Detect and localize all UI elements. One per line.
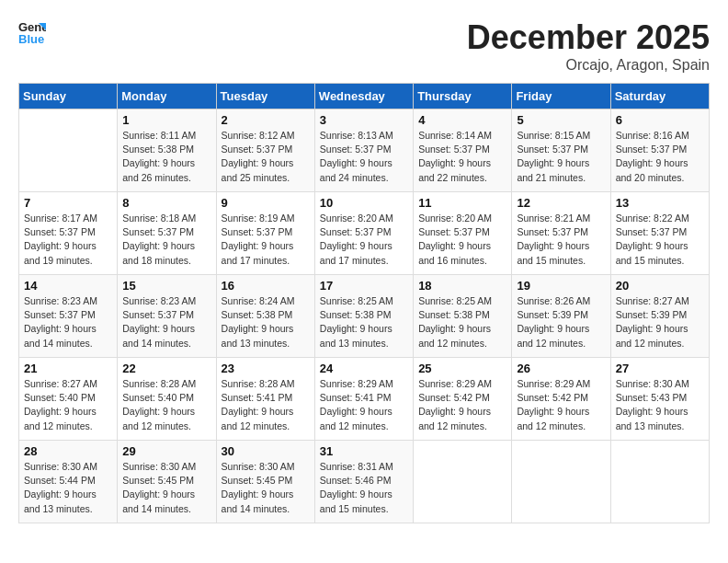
day-number: 18: [418, 279, 506, 293]
day-info: Sunrise: 8:29 AM Sunset: 5:41 PM Dayligh…: [320, 377, 408, 433]
calendar-week-1: 7Sunrise: 8:17 AM Sunset: 5:37 PM Daylig…: [19, 192, 710, 275]
day-number: 12: [517, 196, 605, 210]
header-cell-tuesday: Tuesday: [216, 84, 314, 109]
day-number: 4: [418, 113, 506, 127]
calendar-cell: 8Sunrise: 8:18 AM Sunset: 5:37 PM Daylig…: [118, 192, 216, 275]
day-number: 20: [616, 279, 704, 293]
day-info: Sunrise: 8:22 AM Sunset: 5:37 PM Dayligh…: [616, 212, 704, 268]
day-info: Sunrise: 8:25 AM Sunset: 5:38 PM Dayligh…: [320, 294, 408, 350]
calendar-cell: 20Sunrise: 8:27 AM Sunset: 5:39 PM Dayli…: [610, 275, 709, 358]
day-number: 31: [320, 444, 408, 458]
day-info: Sunrise: 8:24 AM Sunset: 5:38 PM Dayligh…: [222, 294, 310, 350]
day-info: Sunrise: 8:15 AM Sunset: 5:37 PM Dayligh…: [517, 129, 605, 185]
day-number: 10: [320, 196, 408, 210]
day-info: Sunrise: 8:25 AM Sunset: 5:38 PM Dayligh…: [418, 294, 506, 350]
day-info: Sunrise: 8:29 AM Sunset: 5:42 PM Dayligh…: [418, 377, 506, 433]
day-info: Sunrise: 8:27 AM Sunset: 5:39 PM Dayligh…: [616, 294, 704, 350]
calendar-cell: 24Sunrise: 8:29 AM Sunset: 5:41 PM Dayli…: [314, 358, 413, 441]
day-info: Sunrise: 8:11 AM Sunset: 5:38 PM Dayligh…: [122, 129, 210, 185]
title-area: December 2025 Orcajo, Aragon, Spain: [467, 18, 710, 74]
calendar-cell: 31Sunrise: 8:31 AM Sunset: 5:46 PM Dayli…: [314, 441, 413, 523]
calendar-cell: 14Sunrise: 8:23 AM Sunset: 5:37 PM Dayli…: [19, 275, 118, 358]
day-info: Sunrise: 8:27 AM Sunset: 5:40 PM Dayligh…: [24, 377, 112, 433]
calendar-cell: 10Sunrise: 8:20 AM Sunset: 5:37 PM Dayli…: [314, 192, 413, 275]
calendar-week-2: 14Sunrise: 8:23 AM Sunset: 5:37 PM Dayli…: [19, 275, 710, 358]
day-info: Sunrise: 8:13 AM Sunset: 5:37 PM Dayligh…: [320, 129, 408, 185]
calendar-cell: 23Sunrise: 8:28 AM Sunset: 5:41 PM Dayli…: [216, 358, 314, 441]
day-number: 5: [517, 113, 605, 127]
calendar-cell: 3Sunrise: 8:13 AM Sunset: 5:37 PM Daylig…: [314, 109, 413, 192]
day-number: 13: [616, 196, 704, 210]
day-info: Sunrise: 8:23 AM Sunset: 5:37 PM Dayligh…: [122, 294, 210, 350]
header-cell-monday: Monday: [118, 84, 216, 109]
calendar-cell: 26Sunrise: 8:29 AM Sunset: 5:42 PM Dayli…: [512, 358, 610, 441]
calendar-week-4: 28Sunrise: 8:30 AM Sunset: 5:44 PM Dayli…: [19, 441, 710, 523]
svg-text:Blue: Blue: [18, 32, 44, 46]
calendar-cell: 19Sunrise: 8:26 AM Sunset: 5:39 PM Dayli…: [512, 275, 610, 358]
calendar-week-3: 21Sunrise: 8:27 AM Sunset: 5:40 PM Dayli…: [19, 358, 710, 441]
day-info: Sunrise: 8:30 AM Sunset: 5:43 PM Dayligh…: [616, 377, 704, 433]
day-info: Sunrise: 8:18 AM Sunset: 5:37 PM Dayligh…: [122, 212, 210, 268]
calendar-cell: 5Sunrise: 8:15 AM Sunset: 5:37 PM Daylig…: [512, 109, 610, 192]
day-number: 6: [616, 113, 704, 127]
header-cell-wednesday: Wednesday: [314, 84, 413, 109]
location-title: Orcajo, Aragon, Spain: [467, 57, 710, 74]
day-info: Sunrise: 8:29 AM Sunset: 5:42 PM Dayligh…: [517, 377, 605, 433]
day-number: 2: [222, 113, 310, 127]
day-info: Sunrise: 8:30 AM Sunset: 5:45 PM Dayligh…: [222, 460, 310, 516]
day-number: 15: [122, 279, 210, 293]
calendar-cell: 25Sunrise: 8:29 AM Sunset: 5:42 PM Dayli…: [414, 358, 512, 441]
day-number: 1: [122, 113, 210, 127]
day-info: Sunrise: 8:21 AM Sunset: 5:37 PM Dayligh…: [517, 212, 605, 268]
day-info: Sunrise: 8:26 AM Sunset: 5:39 PM Dayligh…: [517, 294, 605, 350]
day-number: 29: [122, 444, 210, 458]
logo: General Blue: [18, 18, 46, 46]
header-cell-sunday: Sunday: [19, 84, 118, 109]
day-info: Sunrise: 8:17 AM Sunset: 5:37 PM Dayligh…: [24, 212, 112, 268]
day-number: 19: [517, 279, 605, 293]
calendar-cell: 17Sunrise: 8:25 AM Sunset: 5:38 PM Dayli…: [314, 275, 413, 358]
day-number: 11: [418, 196, 506, 210]
logo-icon: General Blue: [18, 18, 46, 46]
day-number: 17: [320, 279, 408, 293]
day-info: Sunrise: 8:20 AM Sunset: 5:37 PM Dayligh…: [320, 212, 408, 268]
calendar-cell: 1Sunrise: 8:11 AM Sunset: 5:38 PM Daylig…: [118, 109, 216, 192]
calendar-cell: 15Sunrise: 8:23 AM Sunset: 5:37 PM Dayli…: [118, 275, 216, 358]
header-cell-friday: Friday: [512, 84, 610, 109]
calendar-cell: [414, 441, 512, 523]
calendar-cell: 4Sunrise: 8:14 AM Sunset: 5:37 PM Daylig…: [414, 109, 512, 192]
calendar-cell: 2Sunrise: 8:12 AM Sunset: 5:37 PM Daylig…: [216, 109, 314, 192]
day-number: 23: [222, 362, 310, 375]
day-number: 7: [24, 196, 112, 210]
day-info: Sunrise: 8:30 AM Sunset: 5:45 PM Dayligh…: [122, 460, 210, 516]
day-number: 3: [320, 113, 408, 127]
day-number: 21: [24, 362, 112, 375]
day-number: 28: [24, 444, 112, 458]
day-info: Sunrise: 8:19 AM Sunset: 5:37 PM Dayligh…: [222, 212, 310, 268]
calendar-cell: 12Sunrise: 8:21 AM Sunset: 5:37 PM Dayli…: [512, 192, 610, 275]
day-info: Sunrise: 8:28 AM Sunset: 5:41 PM Dayligh…: [222, 377, 310, 433]
calendar-cell: 22Sunrise: 8:28 AM Sunset: 5:40 PM Dayli…: [118, 358, 216, 441]
day-info: Sunrise: 8:23 AM Sunset: 5:37 PM Dayligh…: [24, 294, 112, 350]
calendar-week-0: 1Sunrise: 8:11 AM Sunset: 5:38 PM Daylig…: [19, 109, 710, 192]
calendar-cell: 16Sunrise: 8:24 AM Sunset: 5:38 PM Dayli…: [216, 275, 314, 358]
calendar-cell: [610, 441, 709, 523]
day-info: Sunrise: 8:16 AM Sunset: 5:37 PM Dayligh…: [616, 129, 704, 185]
day-number: 9: [222, 196, 310, 210]
calendar-cell: 9Sunrise: 8:19 AM Sunset: 5:37 PM Daylig…: [216, 192, 314, 275]
day-info: Sunrise: 8:28 AM Sunset: 5:40 PM Dayligh…: [122, 377, 210, 433]
calendar-cell: 6Sunrise: 8:16 AM Sunset: 5:37 PM Daylig…: [610, 109, 709, 192]
day-number: 22: [122, 362, 210, 375]
calendar-cell: 29Sunrise: 8:30 AM Sunset: 5:45 PM Dayli…: [118, 441, 216, 523]
calendar-cell: [19, 109, 118, 192]
calendar-cell: 27Sunrise: 8:30 AM Sunset: 5:43 PM Dayli…: [610, 358, 709, 441]
day-number: 16: [222, 279, 310, 293]
calendar-cell: 13Sunrise: 8:22 AM Sunset: 5:37 PM Dayli…: [610, 192, 709, 275]
calendar-cell: 11Sunrise: 8:20 AM Sunset: 5:37 PM Dayli…: [414, 192, 512, 275]
calendar-cell: 30Sunrise: 8:30 AM Sunset: 5:45 PM Dayli…: [216, 441, 314, 523]
day-number: 8: [122, 196, 210, 210]
day-info: Sunrise: 8:30 AM Sunset: 5:44 PM Dayligh…: [24, 460, 112, 516]
day-number: 14: [24, 279, 112, 293]
calendar-table: SundayMondayTuesdayWednesdayThursdayFrid…: [18, 83, 710, 523]
day-info: Sunrise: 8:31 AM Sunset: 5:46 PM Dayligh…: [320, 460, 408, 516]
